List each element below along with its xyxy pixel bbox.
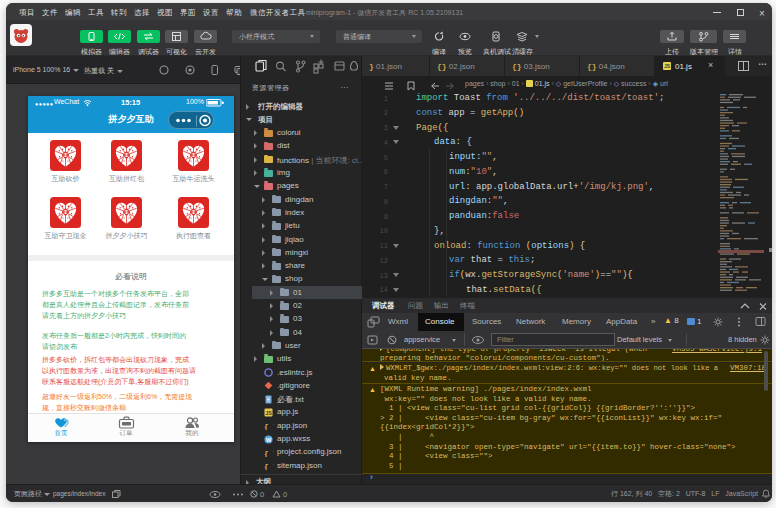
svg-text:{ }: { }	[264, 463, 274, 471]
svg-text:W: W	[266, 436, 272, 442]
svg-text:0: 0	[260, 490, 264, 499]
svg-text:{ }: { }	[264, 449, 274, 457]
svg-text:{ }: { }	[264, 423, 274, 431]
svg-text:0: 0	[283, 490, 287, 499]
svg-text:JS: JS	[265, 410, 272, 416]
